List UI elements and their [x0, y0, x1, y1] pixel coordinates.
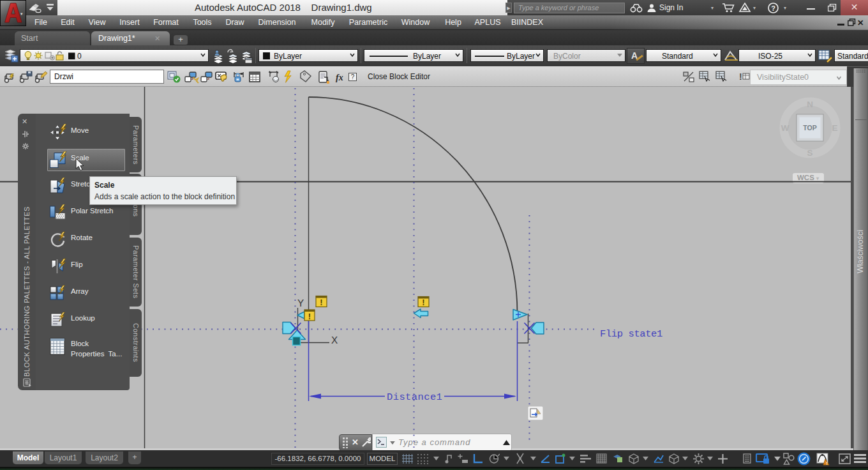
svg-text:!: ! [308, 312, 311, 321]
svg-text:fx: fx [336, 73, 343, 82]
svg-text:X: X [331, 335, 338, 347]
svg-text:!: ! [827, 461, 828, 466]
svg-text:!: ! [422, 298, 424, 307]
svg-text:?: ? [771, 4, 775, 12]
svg-text:Distance1: Distance1 [387, 391, 442, 403]
svg-text:Flip state1: Flip state1 [600, 328, 662, 340]
svg-text:!: ! [739, 72, 742, 82]
svg-text:Y: Y [297, 298, 304, 310]
svg-text:!: ! [320, 298, 322, 307]
